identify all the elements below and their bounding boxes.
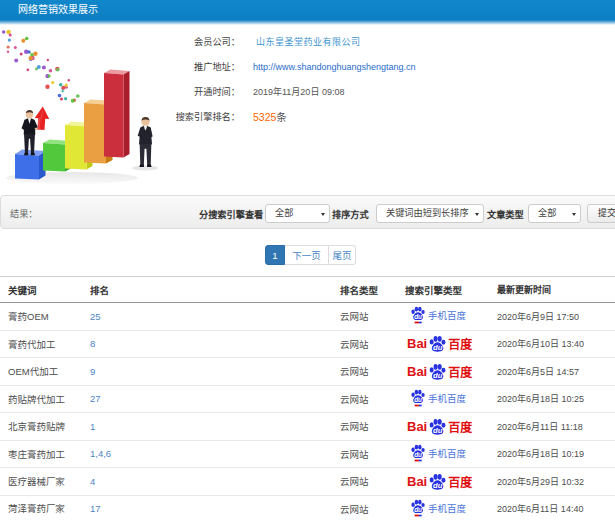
svg-text:du: du [433, 481, 443, 490]
svg-text:du: du [414, 396, 422, 403]
svg-text:du: du [414, 451, 422, 458]
svg-text:du: du [433, 426, 443, 435]
svg-text:du: du [414, 506, 422, 513]
svg-text:du: du [433, 343, 443, 352]
svg-text:du: du [414, 313, 422, 320]
svg-text:du: du [433, 371, 443, 380]
